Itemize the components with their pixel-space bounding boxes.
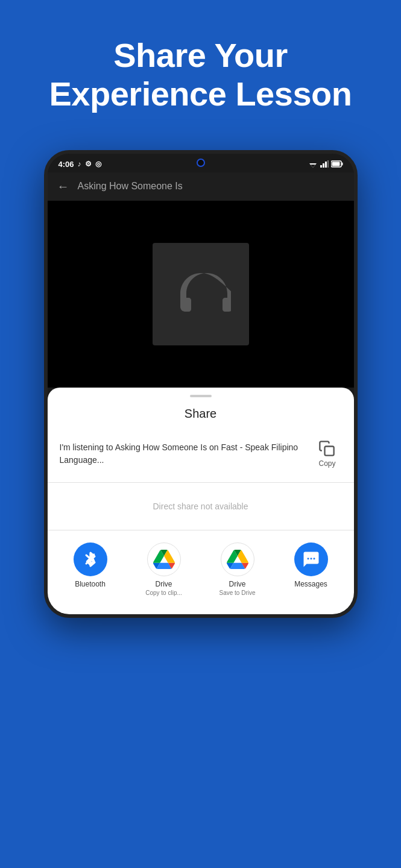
battery-icon xyxy=(331,160,343,168)
messages-app-item[interactable]: Messages xyxy=(284,542,338,588)
hero-title: Share Your Experience Lesson xyxy=(24,36,377,114)
media-area xyxy=(48,201,354,388)
drive-copy-label: Drive xyxy=(155,580,172,588)
sheet-title: Share xyxy=(48,400,354,430)
share-content-row: I'm listening to Asking How Someone Is o… xyxy=(48,430,354,483)
headphones-icon-box xyxy=(153,243,249,345)
toolbar-title: Asking How Someone Is xyxy=(78,181,183,192)
direct-share-text: Direct share not available xyxy=(153,502,248,511)
bluetooth-app-item[interactable]: Bluetooth xyxy=(63,542,118,588)
location-icon: ◎ xyxy=(95,160,101,168)
hero-section: Share Your Experience Lesson xyxy=(0,0,401,138)
hero-title-line2: Experience Lesson xyxy=(49,75,352,113)
svg-rect-2 xyxy=(320,165,322,168)
hero-title-line1: Share Your xyxy=(113,36,288,74)
signal-icon xyxy=(320,160,329,168)
status-bar-right xyxy=(308,160,343,168)
sheet-handle xyxy=(48,388,354,400)
svg-rect-8 xyxy=(332,162,339,166)
svg-point-10 xyxy=(307,558,309,559)
handle-bar xyxy=(190,395,212,397)
drive-save-icon xyxy=(227,549,248,570)
share-sheet: Share I'm listening to Asking How Someon… xyxy=(48,388,354,614)
drive-save-label: Drive xyxy=(229,580,245,588)
camera-notch xyxy=(197,159,205,167)
drive-save-subtitle: Save to Drive xyxy=(219,590,255,596)
drive-copy-icon xyxy=(153,549,175,570)
drive-save-app-item[interactable]: Drive Save to Drive xyxy=(210,542,265,596)
time-display: 4:06 xyxy=(58,160,74,169)
bluetooth-label: Bluetooth xyxy=(75,580,106,588)
wifi-icon xyxy=(308,160,318,168)
copy-label: Copy xyxy=(318,459,335,468)
drive-save-icon-circle xyxy=(221,542,254,576)
app-toolbar: ← Asking How Someone Is xyxy=(48,172,354,201)
phone-frame: 4:06 ♪ ⚙ ◎ xyxy=(44,150,358,618)
svg-point-11 xyxy=(310,558,312,559)
svg-point-12 xyxy=(313,558,315,559)
svg-marker-1 xyxy=(311,165,315,168)
settings-icon: ⚙ xyxy=(85,160,92,168)
headphones-icon xyxy=(171,264,231,324)
drive-copy-subtitle: Copy to clip... xyxy=(145,590,182,596)
svg-rect-4 xyxy=(325,162,327,168)
svg-rect-9 xyxy=(325,446,334,455)
messages-label: Messages xyxy=(294,580,327,588)
phone-wrapper: 4:06 ♪ ⚙ ◎ xyxy=(0,138,401,618)
direct-share-section: Direct share not available xyxy=(48,483,354,530)
messages-icon-circle xyxy=(294,542,328,576)
svg-rect-5 xyxy=(327,160,329,168)
drive-copy-app-item[interactable]: Drive Copy to clip... xyxy=(137,542,191,596)
copy-button[interactable]: Copy xyxy=(312,436,341,471)
bluetooth-icon-circle xyxy=(74,542,107,576)
apps-row: Bluetooth Drive xyxy=(48,530,354,602)
copy-icon xyxy=(318,440,335,457)
svg-rect-7 xyxy=(341,163,343,166)
music-note-icon: ♪ xyxy=(78,160,81,168)
svg-rect-3 xyxy=(323,163,324,168)
back-button[interactable]: ← xyxy=(57,180,69,193)
status-bar-left: 4:06 ♪ ⚙ ◎ xyxy=(58,160,101,169)
messages-icon xyxy=(302,550,320,568)
bluetooth-symbol xyxy=(83,550,98,568)
drive-copy-icon-circle xyxy=(147,542,181,576)
share-text: I'm listening to Asking How Someone Is o… xyxy=(60,441,313,467)
